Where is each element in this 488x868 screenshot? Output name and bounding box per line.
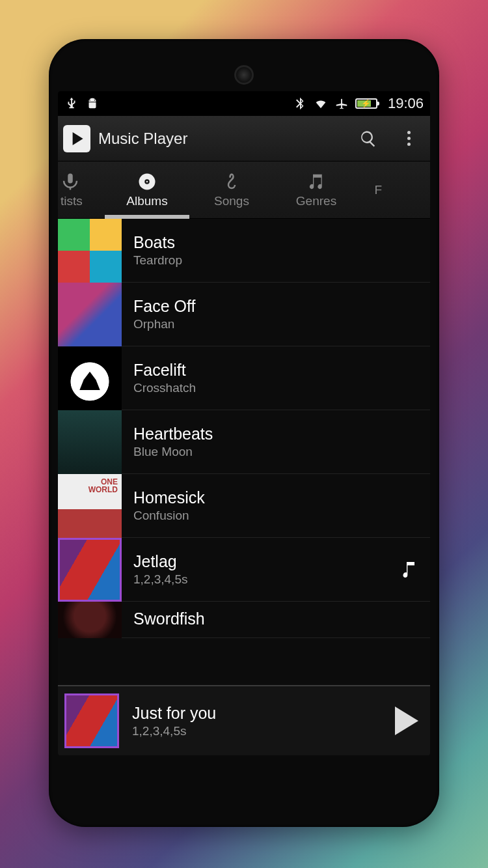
tab-label: tists	[61, 194, 83, 208]
clock: 19:06	[388, 95, 424, 112]
music-note-icon	[399, 559, 420, 580]
wifi-icon	[314, 96, 328, 111]
phone-frame: ⚡ 19:06 Music Player tists Albums	[49, 39, 439, 827]
play-button[interactable]	[395, 707, 418, 735]
album-title: Face Off	[133, 297, 420, 316]
music-notes-icon	[306, 172, 326, 191]
album-art	[58, 410, 122, 474]
album-artist: Crosshatch	[133, 381, 420, 395]
list-item[interactable]: Homesick Confusion	[58, 474, 430, 538]
album-title: Swordfish	[133, 609, 420, 628]
status-bar: ⚡ 19:06	[58, 91, 430, 116]
album-art	[58, 219, 122, 283]
list-item[interactable]: Boats Teardrop	[58, 219, 430, 283]
list-item[interactable]: Jetlag 1,2,3,4,5s	[58, 538, 430, 602]
album-artist: Confusion	[133, 509, 420, 523]
album-title: Heartbeats	[133, 425, 420, 443]
app-title: Music Player	[98, 130, 344, 148]
list-item[interactable]: Heartbeats Blue Moon	[58, 410, 430, 474]
album-art	[58, 283, 122, 346]
android-icon	[85, 96, 100, 111]
search-button[interactable]	[352, 122, 385, 155]
treble-clef-icon	[222, 172, 241, 191]
airplane-icon	[334, 96, 349, 111]
album-title: Jetlag	[133, 552, 387, 571]
now-playing-artist: 1,2,3,4,5s	[132, 724, 382, 738]
list-item[interactable]: Face Off Orphan	[58, 283, 430, 346]
album-art	[58, 602, 122, 638]
tab-songs[interactable]: Songs	[189, 161, 274, 218]
album-title: Boats	[133, 233, 420, 252]
bluetooth-icon	[293, 96, 307, 111]
now-playing-bar[interactable]: Just for you 1,2,3,4,5s	[58, 685, 430, 755]
now-playing-title: Just for you	[132, 704, 382, 723]
album-list[interactable]: Boats Teardrop Face Off Orphan Facelift …	[58, 219, 430, 685]
overflow-menu-button[interactable]	[392, 122, 425, 155]
album-art	[58, 346, 122, 410]
album-artist: Blue Moon	[133, 445, 420, 459]
tab-label: Albums	[126, 194, 167, 208]
list-item[interactable]: Swordfish	[58, 602, 430, 638]
now-playing-art	[64, 693, 119, 748]
mic-icon	[61, 172, 80, 191]
tab-label: F	[374, 183, 382, 197]
disc-icon	[137, 172, 157, 191]
album-art	[58, 538, 122, 602]
tab-albums[interactable]: Albums	[105, 161, 189, 218]
album-art	[58, 474, 122, 538]
app-icon[interactable]	[63, 125, 90, 152]
tab-label: Genres	[296, 194, 336, 208]
usb-icon	[64, 96, 79, 111]
album-artist: 1,2,3,4,5s	[133, 572, 387, 587]
tab-next-partial[interactable]: F	[359, 161, 385, 218]
album-artist: Teardrop	[133, 253, 420, 268]
album-title: Facelift	[133, 361, 420, 380]
album-artist: Orphan	[133, 317, 420, 331]
list-item[interactable]: Facelift Crosshatch	[58, 346, 430, 410]
action-bar: Music Player	[58, 116, 430, 161]
screen: ⚡ 19:06 Music Player tists Albums	[58, 91, 430, 755]
battery-icon: ⚡	[355, 98, 377, 109]
search-icon	[359, 130, 377, 148]
tab-label: Songs	[214, 194, 249, 208]
tab-artists[interactable]: tists	[58, 161, 105, 218]
tab-genres[interactable]: Genres	[274, 161, 359, 218]
tab-bar: tists Albums Songs Genres F	[58, 161, 430, 219]
album-title: Homesick	[133, 488, 420, 507]
